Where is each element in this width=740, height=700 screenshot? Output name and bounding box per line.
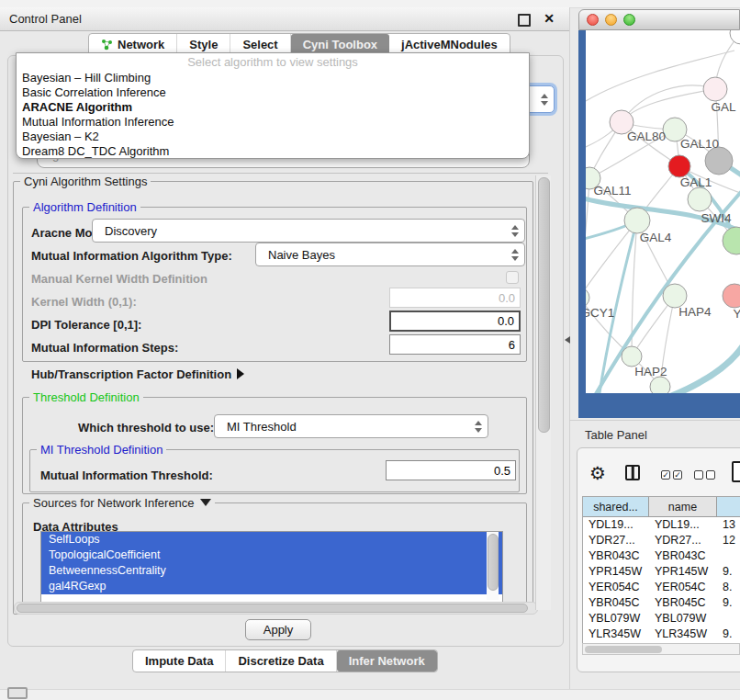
network-graph[interactable]: GALGAL80GAL10GAL11GAL1SWI4GAL4GCY1HAP4YH… <box>586 30 740 393</box>
combo-spinner-icon <box>541 94 548 106</box>
mi-threshold-field[interactable] <box>386 460 516 480</box>
table-row[interactable]: YLR345WYLR345W9. <box>583 627 740 642</box>
algorithm-definition-title: Algorithm Definition <box>29 200 140 214</box>
network-node-label: HAP4 <box>678 305 712 319</box>
table-body: YDL19...YDL19...13YDR27...YDR27...12YBR0… <box>583 517 740 644</box>
table-row[interactable]: YDR27...YDR27...12 <box>583 533 740 548</box>
attribute-item[interactable]: gal4RGexp <box>41 579 502 594</box>
settings-hscrollbar-thumb[interactable] <box>17 604 528 613</box>
which-threshold-label: Which threshold to use: <box>78 421 214 435</box>
table-cell <box>717 548 740 564</box>
panel-collapse-arrow-icon[interactable] <box>565 336 570 344</box>
network-window-titlebar[interactable] <box>578 9 740 30</box>
table-hscrollbar-thumb[interactable] <box>585 646 662 653</box>
table-cell: YBL079W <box>649 611 717 627</box>
attributes-scrollbar-thumb[interactable] <box>488 534 499 591</box>
network-node[interactable] <box>650 377 670 393</box>
algorithm-option[interactable]: Bayesian – Hill Climbing <box>17 71 529 85</box>
attribute-item[interactable]: BetweennessCentrality <box>41 563 502 579</box>
attribute-item[interactable]: TopologicalCoefficient <box>41 548 502 563</box>
settings-hscrollbar[interactable] <box>14 602 538 615</box>
columns-icon[interactable] <box>625 465 640 480</box>
network-node[interactable] <box>624 208 650 233</box>
column-header-a[interactable]: A <box>717 497 740 517</box>
attribute-item[interactable]: SelfLoops <box>41 532 502 548</box>
table-row[interactable]: YBR045CYBR045C9. <box>583 595 740 611</box>
table-row[interactable]: YER054CYER054C8. <box>583 580 740 595</box>
attributes-scrollbar[interactable] <box>487 532 499 600</box>
bottom-tab-impute-data[interactable]: Impute Data <box>133 650 226 672</box>
tab-label: Cyni Toolbox <box>303 38 377 51</box>
algorithm-dropdown-popup: Select algorithm to view settings Bayesi… <box>16 52 530 159</box>
kernel-width-label: Kernel Width (0,1): <box>31 295 137 309</box>
bottom-tab-infer-network[interactable]: Infer Network <box>337 650 437 672</box>
dpi-tolerance-field[interactable] <box>389 310 521 332</box>
bottom-tab-label: Infer Network <box>349 654 425 668</box>
deselect-all-checkboxes-icon[interactable] <box>694 470 715 480</box>
mi-steps-field[interactable] <box>389 334 521 355</box>
select-all-checkboxes-icon[interactable]: ✓✓ <box>661 470 682 480</box>
network-node[interactable] <box>668 155 690 177</box>
network-node[interactable] <box>723 227 740 254</box>
table-cell: YDL19... <box>583 517 649 533</box>
mi-threshold-label: Mutual Information Threshold: <box>40 469 213 482</box>
document-icon[interactable] <box>732 461 740 482</box>
column-header-shared[interactable]: shared... <box>583 497 649 517</box>
network-node[interactable] <box>688 187 712 211</box>
hub-definition-toggle[interactable]: Hub/Transcription Factor Definition <box>31 367 244 381</box>
network-node[interactable] <box>705 147 733 175</box>
aracne-mode-combo[interactable]: Discovery <box>92 219 525 243</box>
network-node[interactable] <box>730 30 740 44</box>
control-panel-titlebar[interactable]: Control Panel ✕ <box>0 7 569 31</box>
algorithm-option[interactable]: Dream8 DC_TDC Algorithm <box>17 144 529 159</box>
checked-box-icon: ✓ <box>673 470 682 480</box>
mi-type-label: Mutual Information Algorithm Type: <box>31 249 232 263</box>
network-node-label: GAL11 <box>593 184 631 198</box>
sources-toggle[interactable]: Sources for Network Inference <box>29 496 215 510</box>
close-traffic-light-icon[interactable] <box>587 14 599 26</box>
unchecked-box-icon <box>706 470 715 480</box>
table-row[interactable]: YDL19...YDL19...13 <box>583 517 740 533</box>
bottom-tab-discretize-data[interactable]: Discretize Data <box>226 650 336 672</box>
table-row[interactable]: YPR145WYPR145W9. <box>583 564 740 580</box>
table-row[interactable]: YBR043CYBR043C <box>583 548 740 564</box>
zoom-traffic-light-icon[interactable] <box>623 14 635 26</box>
algorithm-option[interactable]: Mutual Information Inference <box>17 115 529 130</box>
algorithm-option[interactable]: ARACNE Algorithm <box>17 100 529 115</box>
close-icon[interactable]: ✕ <box>544 10 555 28</box>
algorithm-option[interactable]: Basic Correlation Inference <box>17 85 529 100</box>
column-header-name[interactable]: name <box>649 497 717 517</box>
table-cell: YBR043C <box>583 548 649 564</box>
kernel-width-field[interactable] <box>389 288 521 308</box>
apply-button[interactable]: Apply <box>245 619 311 640</box>
control-panel-window: Control Panel ✕ NetworkStyleSelectCyni T… <box>0 7 570 689</box>
network-node-label: GAL4 <box>640 231 672 244</box>
table-panel-title: Table Panel <box>585 428 647 442</box>
expand-arrow-icon <box>237 368 244 379</box>
network-node[interactable] <box>586 288 589 308</box>
network-node[interactable] <box>622 346 642 367</box>
minimize-traffic-light-icon[interactable] <box>605 14 617 26</box>
attribute-table: shared...nameA YDL19...YDL19...13YDR27..… <box>582 496 740 645</box>
cyni-algorithm-settings-title: Cyni Algorithm Settings <box>20 175 151 188</box>
manual-kernel-checkbox[interactable] <box>506 271 519 284</box>
which-threshold-combo[interactable]: MI Threshold <box>214 414 488 438</box>
table-panel-divider <box>569 420 740 421</box>
network-canvas[interactable]: GALGAL80GAL10GAL11GAL1SWI4GAL4GCY1HAP4YH… <box>586 30 740 393</box>
float-window-icon[interactable] <box>518 14 531 27</box>
gear-icon[interactable]: ⚙ <box>589 462 606 484</box>
settings-vscrollbar-thumb[interactable] <box>538 177 550 433</box>
mi-steps-label: Mutual Information Steps: <box>31 341 178 355</box>
algorithm-option[interactable]: Bayesian – K2 <box>17 130 529 144</box>
settings-vscrollbar[interactable] <box>535 175 551 610</box>
table-hscrollbar[interactable] <box>582 643 740 655</box>
network-node[interactable] <box>703 77 727 101</box>
minimized-panel-icon[interactable] <box>7 687 28 699</box>
network-node[interactable] <box>723 284 740 308</box>
columns-icon-divider <box>632 467 634 479</box>
table-row[interactable]: YBL079WYBL079W <box>583 611 740 627</box>
mi-type-combo[interactable]: Naive Bayes <box>255 243 525 266</box>
table-cell: YBR045C <box>649 595 717 611</box>
table-cell: 9. <box>717 595 740 611</box>
dpi-tolerance-label: DPI Tolerance [0,1]: <box>31 318 141 332</box>
